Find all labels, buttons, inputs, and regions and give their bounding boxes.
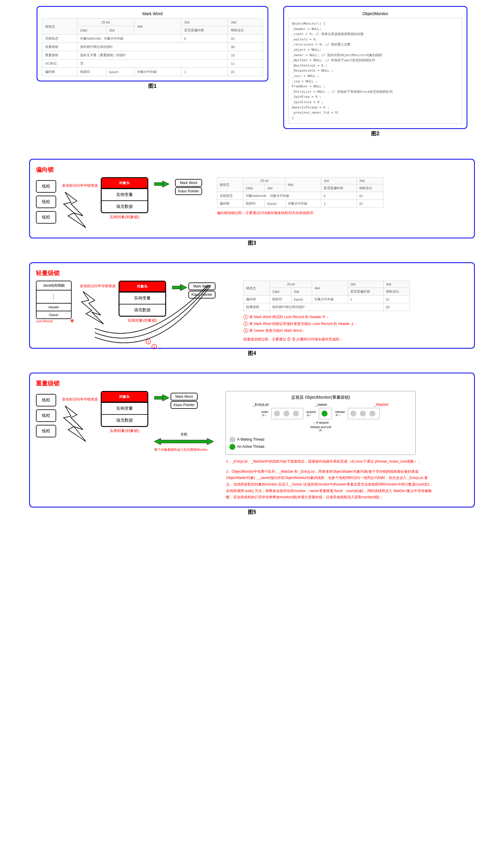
figure-1-panel: Mark Word 锁状态 25 bit 4bit 1bit 2bit 23bi…: [37, 6, 268, 82]
object-header: 对象头: [102, 178, 147, 189]
figure-4-panel: 轻量级锁 Java线程栈帧 ⋮ Header Owner Lock Record…: [29, 262, 475, 349]
top-row: Mark Word 锁状态 25 bit 4bit 1bit 2bit 23bi…: [6, 6, 498, 129]
svg-text:2: 2: [154, 345, 155, 349]
fig2-code: ObjectMonitor() { _header = NULL; _count…: [289, 18, 462, 123]
monitor-box: 监视器 ObjectMonitor(重量级锁) _EntryList _owne…: [226, 391, 416, 455]
object-col: 对象头 实例变量 填充数据 实例对象(对象锁): [119, 281, 166, 323]
svg-text:1: 1: [147, 340, 149, 344]
lightning-icon: 多线程访问争夺锁资源: [62, 177, 95, 232]
fig4-label: 图4: [248, 350, 256, 357]
fig1-title: Mark Word: [42, 11, 263, 16]
figure-3-panel: 偏向锁 线程 线程 线程 多线程访问争夺锁资源 对象头 实例变量 填充数据 实例…: [29, 159, 475, 239]
fig5-label: 图5: [248, 508, 256, 515]
header-parts: Mark Word Klass Pointer: [175, 178, 202, 196]
threads-col: 线程 线程 线程: [36, 391, 56, 440]
arrow-right-icon: [154, 179, 169, 189]
svg-marker-3: [82, 292, 104, 324]
fig3-title: 偏向锁: [36, 165, 468, 174]
thread-box: 线程: [36, 196, 56, 208]
svg-marker-14: [163, 394, 169, 401]
svg-marker-2: [163, 181, 169, 187]
svg-rect-4: [172, 286, 180, 289]
fig2-label: 图2: [371, 130, 379, 137]
fig3-label: 图3: [248, 239, 256, 246]
svg-rect-1: [154, 182, 163, 186]
fig2-title: ObjectMonitor: [289, 11, 462, 16]
thread-box: 线程: [36, 211, 56, 224]
fig3-right: 锁状态 25 bit 4bit 1bit 2bit 23bit 2bit 是否是…: [217, 177, 383, 215]
thread-box: 线程: [36, 180, 56, 193]
figure-5-panel: 重量级锁 线程 线程 线程 多线程访问争夺锁资源 对象头 实例变量 填充数据 实…: [29, 372, 475, 508]
lightning-icon: 多线程访问争夺锁资源: [62, 391, 95, 445]
svg-marker-5: [180, 284, 187, 291]
svg-point-8: [152, 344, 157, 349]
svg-marker-12: [64, 406, 86, 441]
object-col: 对象头 实例变量 填充数据 实例对象(对象锁): [101, 177, 148, 220]
fig5-title: 重量级锁: [36, 379, 468, 387]
fig1-table: 锁状态 25 bit 4bit 1bit 2bit 23bit 2bit 是否是…: [42, 18, 263, 76]
svg-marker-0: [64, 192, 86, 228]
fig4-title: 轻量级锁: [36, 269, 468, 277]
svg-point-6: [146, 339, 151, 344]
svg-rect-13: [154, 396, 163, 399]
object-col: 对象头 实例变量 填充数据 实例对象(对象锁): [101, 391, 148, 434]
java-stack-col: Java线程栈帧 ⋮ Header Owner Lock Record 锁记录: [36, 281, 74, 323]
fig1-label: 图1: [148, 82, 157, 89]
threads-col: 线程 线程 线程: [36, 177, 56, 227]
lightning-icon: 多线程访问争夺锁资源: [80, 281, 113, 325]
fig4-right: 锁状态 25 bit 4bit 1bit 2bit 23bit 2bit 是否是…: [244, 281, 410, 342]
svg-marker-15: [154, 438, 214, 445]
figure-2-panel: ObjectMonitor ObjectMonitor() { _header …: [283, 6, 467, 129]
